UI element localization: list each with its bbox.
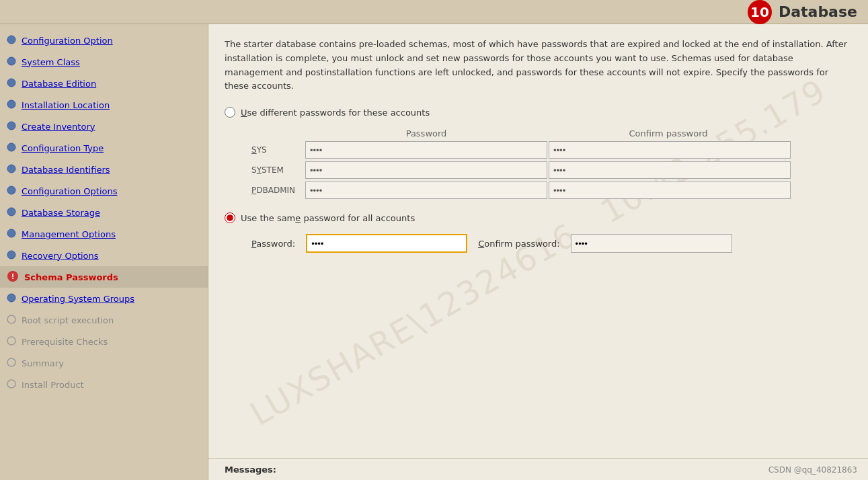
radio-same-option[interactable]: Use the same password for all accounts	[225, 212, 852, 223]
bottom-credit: CSDN @qq_40821863	[768, 465, 857, 475]
sidebar-dot-create-inventory	[7, 121, 16, 132]
label-pdbadmin: PDBADMIN	[251, 186, 305, 195]
pw-col-confirm: Confirm password	[547, 128, 789, 138]
label-sys: SYS	[251, 145, 305, 155]
svg-point-16	[7, 358, 15, 366]
sidebar-item-database-edition[interactable]: Database Edition	[0, 73, 208, 94]
sidebar-item-recovery-options[interactable]: Recovery Options	[0, 245, 208, 266]
radio-group-different: Use different passwords for these accoun…	[225, 107, 852, 199]
svg-point-1	[7, 57, 15, 65]
sidebar-item-schema-passwords[interactable]: !Schema Passwords	[0, 266, 208, 288]
pw-col-password: Password	[305, 128, 547, 138]
sidebar-dot-database-identifiers	[7, 164, 16, 175]
svg-text:!: !	[11, 273, 15, 280]
input-pdbadmin-confirm[interactable]	[549, 182, 791, 199]
radio-same-label: Use the same password for all accounts	[241, 213, 415, 223]
radio-different-option[interactable]: Use different passwords for these accoun…	[225, 107, 852, 118]
input-system-confirm[interactable]	[549, 161, 791, 179]
sidebar-label-recovery-options: Recovery Options	[22, 251, 99, 261]
pw-label-spacer	[251, 128, 305, 138]
sidebar-label-schema-passwords: Schema Passwords	[24, 272, 118, 282]
svg-point-13	[7, 294, 15, 302]
sidebar-dot-system-class	[7, 56, 16, 68]
radio-same-input[interactable]	[225, 212, 235, 223]
input-pdbadmin-password[interactable]	[305, 182, 547, 199]
messages-label: Messages:	[225, 465, 276, 475]
sidebar-label-operating-system-groups: Operating System Groups	[22, 294, 134, 304]
sidebar-item-root-script-execution: Root script execution	[0, 309, 208, 331]
sidebar-item-prerequisite-checks: Prerequisite Checks	[0, 331, 208, 352]
sidebar-label-database-storage: Database Storage	[22, 208, 100, 218]
svg-point-15	[7, 337, 15, 345]
pw-header-row: Password Confirm password	[251, 128, 852, 138]
sidebar-label-database-identifiers: Database Identifiers	[22, 165, 110, 175]
svg-point-14	[7, 315, 15, 323]
sidebar-dot-configuration-options	[7, 186, 16, 197]
label-system: SYSTEM	[251, 165, 305, 175]
sidebar-label-create-inventory: Create Inventory	[22, 122, 95, 132]
svg-point-2	[7, 79, 15, 87]
radio-group-same: Use the same password for all accounts P…	[225, 212, 852, 253]
step-number: 10	[748, 0, 772, 24]
same-pw-fields: Password: Confirm password:	[251, 234, 852, 253]
sidebar-label-install-product: Install Product	[22, 380, 84, 390]
sidebar-item-configuration-type[interactable]: Configuration Type	[0, 137, 208, 159]
sidebar-item-install-product: Install Product	[0, 374, 208, 395]
sidebar-dot-schema-passwords: !	[7, 270, 19, 284]
radio-different-label: Use different passwords for these accoun…	[241, 108, 430, 118]
sidebar-dot-configuration-type	[7, 143, 16, 154]
sidebar-item-database-storage[interactable]: Database Storage	[0, 202, 208, 223]
sidebar-dot-management-options	[7, 229, 16, 240]
sidebar-dot-prerequisite-checks	[7, 336, 16, 348]
sidebar-dot-install-product	[7, 379, 16, 391]
svg-point-8	[7, 208, 15, 216]
svg-point-0	[7, 36, 15, 44]
sidebar-dot-configuration-option	[7, 35, 16, 46]
sidebar-item-summary: Summary	[0, 352, 208, 374]
sidebar-dot-installation-location	[7, 99, 16, 111]
radio-different-input[interactable]	[225, 107, 235, 118]
svg-point-17	[7, 380, 15, 388]
sidebar-label-configuration-type: Configuration Type	[22, 143, 104, 153]
svg-point-3	[7, 100, 15, 108]
same-confirm-input[interactable]	[571, 234, 732, 253]
sidebar-dot-operating-system-groups	[7, 293, 16, 305]
sidebar-label-prerequisite-checks: Prerequisite Checks	[22, 337, 108, 347]
sidebar-label-root-script-execution: Root script execution	[22, 315, 114, 325]
svg-point-9	[7, 229, 15, 237]
sidebar: Configuration OptionSystem ClassDatabase…	[0, 24, 208, 480]
input-system-password[interactable]	[305, 161, 547, 179]
sidebar-label-summary: Summary	[22, 358, 64, 368]
sidebar-dot-database-edition	[7, 78, 16, 89]
pw-row-sys: SYS	[251, 141, 852, 159]
sidebar-item-system-class[interactable]: System Class	[0, 51, 208, 73]
sidebar-item-configuration-option[interactable]: Configuration Option	[0, 30, 208, 51]
sidebar-item-configuration-options[interactable]: Configuration Options	[0, 180, 208, 202]
sidebar-item-create-inventory[interactable]: Create Inventory	[0, 116, 208, 137]
input-sys-confirm[interactable]	[549, 141, 791, 159]
input-sys-password[interactable]	[305, 141, 547, 159]
header-title: 10 Database	[748, 0, 857, 24]
sidebar-dot-recovery-options	[7, 250, 16, 262]
svg-point-7	[7, 186, 15, 194]
svg-point-4	[7, 122, 15, 130]
sidebar-item-database-identifiers[interactable]: Database Identifiers	[0, 159, 208, 180]
description-text: The starter database contains pre-loaded…	[225, 38, 852, 93]
sidebar-label-configuration-options: Configuration Options	[22, 186, 117, 196]
password-table: Password Confirm password SYS SYSTEM	[251, 128, 852, 199]
svg-point-6	[7, 165, 15, 173]
sidebar-item-installation-location[interactable]: Installation Location	[0, 94, 208, 116]
sidebar-label-installation-location: Installation Location	[22, 100, 110, 110]
sidebar-dot-database-storage	[7, 207, 16, 218]
pw-row-system: SYSTEM	[251, 161, 852, 179]
sidebar-label-system-class: System Class	[22, 57, 80, 67]
sidebar-dot-root-script-execution	[7, 315, 16, 326]
sidebar-item-operating-system-groups[interactable]: Operating System Groups	[0, 288, 208, 309]
confirm-field-label: Confirm password:	[478, 239, 559, 249]
password-field-label: Password:	[251, 239, 295, 249]
sidebar-item-management-options[interactable]: Management Options	[0, 223, 208, 245]
sidebar-label-management-options: Management Options	[22, 229, 116, 239]
same-password-input[interactable]	[306, 234, 467, 253]
svg-point-10	[7, 251, 15, 259]
step-title-text: Database	[779, 3, 857, 20]
